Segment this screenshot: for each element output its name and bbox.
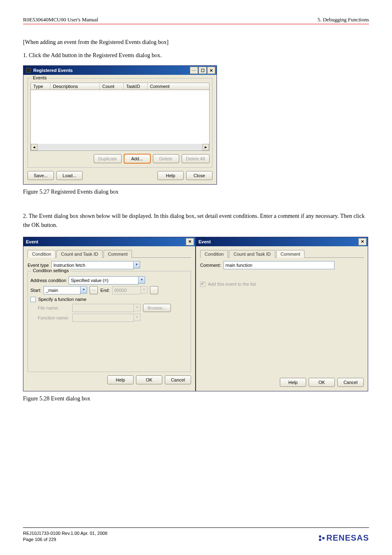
- tab-condition[interactable]: Condition: [28, 250, 55, 258]
- ok-button[interactable]: OK: [136, 375, 162, 384]
- end-picker-button: ⋯: [150, 286, 158, 294]
- figure-5-27-caption: Figure 5.27 Registered Events dialog box: [23, 189, 369, 195]
- add-button[interactable]: Add...: [124, 154, 150, 163]
- minimize-button[interactable]: —: [190, 67, 198, 74]
- load-button[interactable]: Load...: [56, 171, 83, 180]
- address-condition-dropdown[interactable]: [69, 276, 138, 284]
- end-label: End:: [100, 288, 110, 293]
- help-button[interactable]: Help: [280, 378, 306, 387]
- file-name-label: File name:: [38, 305, 70, 310]
- col-comment[interactable]: Comment: [148, 83, 209, 90]
- tab-count-task[interactable]: Count and Task ID: [229, 250, 275, 258]
- window-title: Event: [26, 239, 38, 244]
- close-window-button[interactable]: ✕: [186, 238, 194, 245]
- maximize-button[interactable]: ☐: [198, 67, 207, 74]
- tab-comment[interactable]: Comment: [276, 250, 305, 258]
- close-button[interactable]: Close: [186, 171, 212, 180]
- cancel-button[interactable]: Cancel: [165, 375, 191, 384]
- titlebar: Event ✕: [196, 237, 368, 246]
- help-button[interactable]: Help: [157, 171, 184, 180]
- paragraph-step-2: 2. The Event dialog box shown below will…: [23, 212, 369, 230]
- scroll-right-icon[interactable]: ►: [203, 144, 209, 150]
- save-button[interactable]: Save...: [28, 171, 54, 180]
- start-input[interactable]: [44, 286, 81, 294]
- header-right: 5. Debugging Functions: [318, 16, 369, 23]
- chevron-down-icon[interactable]: ▼: [81, 286, 87, 294]
- col-taskid[interactable]: TaskID: [124, 83, 148, 90]
- tab-count-task[interactable]: Count and Task ID: [56, 250, 102, 258]
- file-name-input: [72, 304, 134, 312]
- help-button[interactable]: Help: [107, 375, 134, 384]
- registered-events-dialog: Registered Events — ☐ ✕ Events Type Desc…: [23, 65, 217, 185]
- function-name-label: Function name:: [38, 315, 70, 320]
- window-title: Event: [198, 239, 211, 244]
- function-name-input: [72, 314, 134, 322]
- figure-5-28-caption: Figure 5.28 Event dialog box: [23, 395, 369, 402]
- condition-settings-group: Condition settings Address condition ▼ S…: [28, 271, 191, 372]
- add-to-list-checkbox: [200, 282, 205, 287]
- specify-function-label: Specify a function name: [38, 297, 86, 302]
- chevron-down-icon: ▼: [134, 304, 141, 311]
- comment-label: Comment:: [200, 263, 221, 268]
- app-icon: [26, 68, 31, 73]
- col-type[interactable]: Type: [31, 83, 51, 90]
- paragraph-step-1: 1. Click the Add button in the Registere…: [23, 52, 369, 59]
- close-window-button[interactable]: ✕: [207, 67, 215, 74]
- close-window-button[interactable]: ✕: [358, 238, 367, 245]
- events-list-header: Type Descriptions Count TaskID Comment: [30, 83, 210, 90]
- horizontal-scrollbar[interactable]: ◄ ►: [31, 144, 209, 150]
- event-type-label: Event type: [28, 263, 49, 268]
- tab-comment[interactable]: Comment: [104, 250, 132, 258]
- tab-strip: Condition Count and Task ID Comment: [28, 250, 191, 258]
- logo-text: RENESAS: [326, 533, 369, 543]
- header-left: R0E530640MCU00 User's Manual: [23, 16, 98, 23]
- col-descriptions[interactable]: Descriptions: [51, 83, 100, 90]
- window-title: Registered Events: [33, 68, 73, 73]
- scroll-left-icon[interactable]: ◄: [31, 144, 37, 150]
- delete-button[interactable]: Delete: [153, 154, 179, 163]
- event-dialog-comment: Event ✕ Condition Count and Task ID Comm…: [196, 237, 368, 391]
- add-to-list-label: Add this event to the list: [208, 282, 256, 287]
- events-legend: Events: [31, 75, 48, 80]
- chevron-down-icon: ▼: [141, 286, 148, 294]
- events-list-body[interactable]: ◄ ►: [30, 90, 210, 151]
- paragraph-when-adding: [When adding an event from the Registere…: [23, 39, 369, 46]
- col-count[interactable]: Count: [100, 83, 124, 90]
- footer-revision: REJ10J1733-0100 Rev.1.00 Apr. 01, 2008: [23, 530, 107, 536]
- ok-button[interactable]: OK: [309, 378, 335, 387]
- chevron-down-icon[interactable]: ▼: [134, 261, 140, 268]
- renesas-logo: RENESAS: [319, 533, 369, 543]
- duplicate-button[interactable]: Duplicate: [94, 154, 122, 163]
- browse-button: Browse...: [143, 304, 171, 312]
- titlebar: Registered Events — ☐ ✕: [23, 66, 217, 75]
- events-group: Events Type Descriptions Count TaskID Co…: [28, 78, 212, 168]
- end-input: [112, 286, 141, 294]
- cancel-button[interactable]: Cancel: [337, 378, 364, 387]
- tab-condition[interactable]: Condition: [200, 250, 228, 258]
- page-header: R0E530640MCU00 User's Manual 5. Debuggin…: [23, 16, 369, 24]
- address-condition-label: Address condition: [30, 278, 66, 283]
- start-label: Start:: [30, 288, 41, 293]
- chevron-down-icon: ▼: [134, 314, 141, 321]
- tab-strip: Condition Count and Task ID Comment: [200, 250, 364, 258]
- titlebar: Event ✕: [23, 237, 195, 246]
- start-picker-button[interactable]: ⋯: [90, 286, 98, 294]
- event-dialog-condition: Event ✕ Condition Count and Task ID Comm…: [23, 237, 196, 391]
- page-footer: REJ10J1733-0100 Rev.1.00 Apr. 01, 2008 P…: [23, 527, 369, 543]
- condition-settings-legend: Condition settings: [31, 268, 70, 273]
- delete-all-button[interactable]: Delete All: [182, 154, 210, 163]
- comment-input[interactable]: [224, 261, 334, 269]
- chevron-down-icon[interactable]: ▼: [138, 276, 145, 284]
- footer-page: Page 106 of 229: [23, 536, 107, 543]
- specify-function-checkbox[interactable]: [30, 297, 36, 302]
